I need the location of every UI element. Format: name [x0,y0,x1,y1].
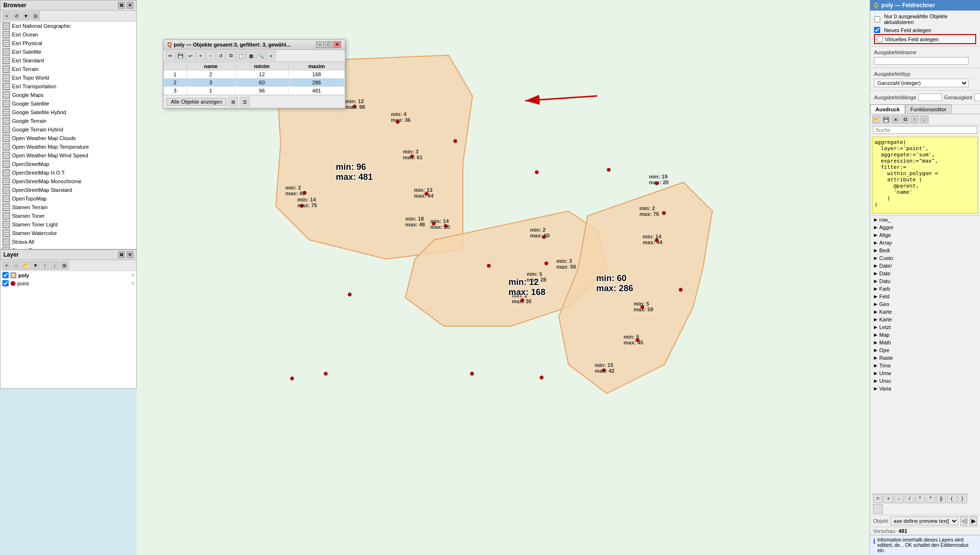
layer-group-icon[interactable]: ⊞ [60,261,69,270]
ausgabefeldtyp-select[interactable]: Ganzzahl (integer) [874,79,968,87]
func-list-item[interactable]: ▶Umw [870,369,980,377]
operator-btn[interactable] [873,504,883,514]
operator-btn[interactable]: - [894,494,904,503]
expr-editor[interactable]: aggregate( layer:='point', aggregate:='s… [872,137,978,213]
table-row[interactable]: 2360286 [164,79,345,87]
layer-up-icon[interactable]: ↑ [41,261,49,270]
browser-list-item[interactable]: Strava All [0,237,136,246]
layer-list-item[interactable]: point≡ [0,279,136,287]
func-list-item[interactable]: ▶Math [870,339,980,346]
browser-list-item[interactable]: Stamen Terrain [0,203,136,212]
browser-list-item[interactable]: Stamen Watercolor [0,229,136,237]
browser-list-item[interactable]: Google Satellite [0,99,136,108]
browser-list-item[interactable]: OpenStreetMap H.O.T. [0,168,136,177]
attr-table-minimize-btn[interactable]: − [316,41,324,48]
func-list-item[interactable]: ▶Datu [870,277,980,285]
browser-list-item[interactable]: Google Terrain Hybrid [0,125,136,134]
browser-list-item[interactable]: Google Terrain [0,117,136,125]
func-list-item[interactable]: ▶Ope [870,346,980,354]
layer-close-btn[interactable]: ✕ [127,251,133,258]
attr-table-close-btn[interactable]: ✕ [333,41,341,48]
layer-filter-icon[interactable]: ▼ [31,261,40,270]
operator-btn[interactable]: ^ [926,494,935,503]
tab-ausdruck[interactable]: Ausdruck [870,105,905,114]
browser-list-item[interactable]: Strava Run [0,246,136,249]
browser-list-item[interactable]: Esri Transportation [0,82,136,91]
feldr-search-input[interactable] [873,126,977,134]
browser-list-item[interactable]: OpenStreetMap Standard [0,186,136,194]
feldr-upload-icon[interactable]: ↑ [910,115,919,124]
feldr-download-icon[interactable]: ↓ [920,115,929,124]
edit-icon[interactable]: ✏ [165,51,175,60]
virtuelles-feld-btn[interactable]: Virtuelles Feld anlegen [874,34,976,44]
neues-feld-checkbox[interactable] [874,27,880,33]
paste-icon[interactable]: 📋 [236,51,246,60]
save-icon[interactable]: 💾 [176,51,185,60]
browser-list-item[interactable]: Esri Terrain [0,65,136,73]
copy-icon[interactable]: ⧉ [226,51,236,60]
browser-list-item[interactable]: Esri Satellite [0,47,136,56]
attr-table-maximize-btn[interactable]: □ [325,41,332,48]
layer-options-icon[interactable]: ≡ [131,281,134,286]
layer-options-icon[interactable]: ≡ [131,272,134,278]
browser-list-item[interactable]: Esri Standard [0,56,136,65]
more-icon[interactable]: » [266,51,276,60]
zoom-icon[interactable]: 🔍 [256,51,266,60]
operator-btn[interactable]: * [915,494,925,503]
virtuelles-feld-checkbox[interactable] [877,36,883,42]
feldr-save-icon[interactable]: 💾 [882,115,890,124]
func-list-item[interactable]: ▶Map [870,331,980,339]
browser-close-btn[interactable]: ✕ [127,2,133,9]
table-row[interactable]: 3196481 [164,87,345,95]
operator-btn[interactable]: ( [947,494,956,503]
func-list-item[interactable]: ▶Raste [870,354,980,362]
browser-list-item[interactable]: Google Satellite Hybrid [0,108,136,117]
func-list-item[interactable]: ▶Custo [870,254,980,262]
layer-list-item[interactable]: poly≡ [0,271,136,279]
nur0-checkbox[interactable] [874,16,880,23]
func-list-item[interactable]: ▶Allge [870,231,980,239]
layer-undock-btn[interactable]: ⧉ [118,251,125,258]
layer-checkbox[interactable] [2,280,9,286]
operator-btn[interactable]: ) [957,494,967,503]
operator-btn[interactable]: / [905,494,914,503]
browser-list-item[interactable]: Esri Topo World [0,73,136,82]
browser-list-item[interactable]: Esri Ocean [0,30,136,39]
operator-btn[interactable]: || [936,494,946,503]
func-list-item[interactable]: ▶Array [870,239,980,247]
obj-right-btn[interactable]: ▶ [969,516,977,526]
undo-icon[interactable]: ↩ [186,51,195,60]
browser-undock-btn[interactable]: ⧉ [118,2,125,9]
func-list-item[interactable]: ▶Date [870,270,980,277]
layer-checkbox[interactable] [2,272,9,278]
browser-filter-icon[interactable]: ▼ [22,12,30,20]
delete-row-icon[interactable]: − [206,51,215,60]
browser-refresh-icon[interactable]: ↺ [12,12,21,20]
obj-left-btn[interactable]: ◁ [960,516,968,526]
func-list-item[interactable]: ▶Feld [870,293,980,300]
feldr-open-icon[interactable]: 📂 [872,115,881,124]
func-list-item[interactable]: ▶Karte [870,316,980,323]
browser-list-item[interactable]: Open Weather Map Wind Speed [0,151,136,160]
ausgabefeldlaenge-input[interactable]: 10 [918,94,942,101]
func-list-item[interactable]: ▶Bedi [870,247,980,254]
func-list-item[interactable]: ▶Farb [870,285,980,293]
browser-list-item[interactable]: Esri National Geographic [0,22,136,30]
browser-list-item[interactable]: OpenTopoMap [0,194,136,203]
func-list-item[interactable]: ▶row_ [870,216,980,224]
func-list-item[interactable]: ▶Varia [870,385,980,392]
browser-list-item[interactable]: Open Weather Map Clouds [0,134,136,142]
func-list-item[interactable]: ▶Karte [870,308,980,316]
add-row-icon[interactable]: + [196,51,205,60]
browser-list-item[interactable]: Google Maps [0,91,136,99]
browser-list-item[interactable]: Stamen Toner Light [0,220,136,229]
feldr-copy-icon[interactable]: ⧉ [901,115,909,124]
browser-list-item[interactable]: OpenStreetMap [0,160,136,168]
func-list-item[interactable]: ▶Date/ [870,262,980,270]
refresh-icon[interactable]: ↺ [216,51,225,60]
func-list-item[interactable]: ▶Unsc [870,377,980,385]
browser-list-item[interactable]: Open Weather Map Temperature [0,142,136,151]
table-layout-icon[interactable]: ⊞ [228,97,238,106]
table-row[interactable]: 1212168 [164,71,345,79]
browser-list-item[interactable]: OpenStreetMap Monochrome [0,177,136,186]
